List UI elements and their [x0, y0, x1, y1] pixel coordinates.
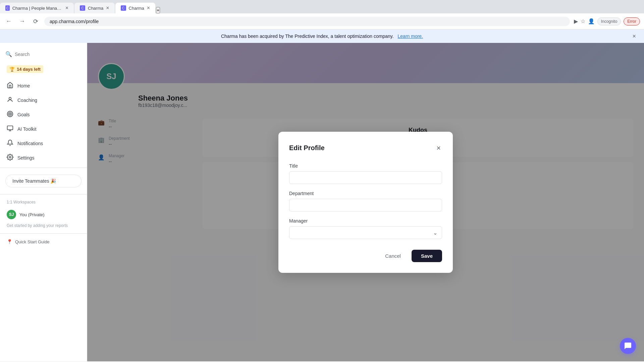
incognito-badge: Incognito: [597, 17, 621, 25]
tab-label-1: Charma | People Management ...: [12, 6, 63, 11]
settings-icon: [7, 154, 13, 162]
forward-button[interactable]: →: [17, 17, 27, 26]
workspace-avatar: SJ: [7, 210, 16, 219]
edit-profile-modal: Edit Profile × Title Department Manager: [278, 132, 453, 273]
svg-point-0: [9, 97, 11, 100]
manager-form-group: Manager: [289, 218, 442, 239]
tab-favicon-3: C: [121, 5, 126, 11]
sidebar: 🔍 🏆 14 days left Home Coaching G: [0, 43, 87, 361]
svg-point-5: [9, 157, 11, 158]
title-form-label: Title: [289, 163, 442, 169]
banner-close-button[interactable]: ×: [632, 33, 636, 40]
modal-title: Edit Profile: [289, 144, 325, 152]
browser-chrome: C Charma | People Management ... × C Cha…: [0, 0, 644, 29]
home-icon: [7, 82, 13, 89]
new-tab-button[interactable]: +: [156, 7, 160, 13]
get-started-text: Get started by adding your reports: [0, 222, 87, 231]
svg-point-1: [7, 111, 13, 117]
browser-tab-2[interactable]: C Charma ×: [74, 3, 115, 13]
tab-close-2[interactable]: ×: [106, 5, 109, 11]
sidebar-item-settings[interactable]: Settings: [0, 150, 87, 165]
back-button[interactable]: ←: [4, 17, 13, 26]
modal-close-button[interactable]: ×: [435, 142, 442, 154]
workspace-item-label: You (Private): [19, 212, 45, 217]
sidebar-divider: [0, 168, 87, 168]
save-button[interactable]: Save: [412, 250, 442, 262]
sidebar-divider-2: [0, 194, 87, 194]
bookmark-icon[interactable]: ☆: [581, 18, 585, 24]
cancel-button[interactable]: Cancel: [378, 250, 408, 262]
tab-close-1[interactable]: ×: [65, 5, 68, 11]
sidebar-item-label-ai: AI Toolkit: [17, 126, 37, 132]
days-left-container: 🏆 14 days left: [0, 63, 87, 76]
invite-teammates-button[interactable]: Invite Teammates 🎉: [5, 175, 82, 187]
browser-address-bar: ← → ⟳ ▶ ☆ 👤 Incognito Error: [0, 13, 644, 29]
tab-close-3[interactable]: ×: [147, 5, 150, 11]
reload-button[interactable]: ⟳: [31, 17, 40, 26]
search-icon: 🔍: [5, 51, 12, 57]
sidebar-item-label-settings: Settings: [17, 155, 35, 161]
main-content: SJ Sheena Jones fb193c18@moodjoy.c... 💼 …: [87, 43, 644, 361]
sidebar-item-coaching[interactable]: Coaching: [0, 93, 87, 107]
browser-tab-bar: C Charma | People Management ... × C Cha…: [0, 0, 644, 13]
manager-form-label: Manager: [289, 218, 442, 224]
sidebar-item-label-coaching: Coaching: [17, 98, 37, 103]
bell-icon: [7, 139, 13, 147]
department-form-input[interactable]: [289, 199, 442, 212]
department-form-label: Department: [289, 191, 442, 196]
department-form-group: Department: [289, 191, 442, 212]
tab-label-2: Charma: [88, 6, 103, 11]
screen-share-icon: ▶: [574, 18, 578, 24]
search-input[interactable]: [15, 52, 82, 57]
tab-favicon-1: C: [5, 5, 10, 11]
quick-start-guide[interactable]: 📍 Quick Start Guide: [0, 236, 87, 247]
error-badge: Error: [624, 17, 640, 25]
tab-favicon-2: C: [80, 5, 85, 11]
modal-overlay[interactable]: Edit Profile × Title Department Manager: [87, 43, 644, 361]
svg-point-2: [8, 112, 12, 116]
manager-select-wrapper: [289, 226, 442, 239]
banner-link[interactable]: Learn more.: [398, 34, 423, 39]
svg-point-3: [9, 113, 10, 114]
map-pin-icon: 📍: [7, 239, 12, 244]
quick-start-label: Quick Start Guide: [15, 239, 50, 244]
profile-icon[interactable]: 👤: [588, 18, 595, 24]
tab-label-3: Charma: [129, 6, 144, 11]
notification-banner: Charma has been acquired by The Predicti…: [0, 29, 644, 43]
title-form-input[interactable]: [289, 171, 442, 184]
modal-footer: Cancel Save: [289, 250, 442, 262]
chat-bubble-button[interactable]: [620, 338, 636, 354]
goals-icon: [7, 111, 13, 118]
address-input[interactable]: [44, 17, 570, 26]
coaching-icon: [7, 96, 13, 104]
workspaces-label: 1:1 Workspaces: [0, 197, 87, 207]
sidebar-item-label-goals: Goals: [17, 112, 30, 117]
sidebar-item-home[interactable]: Home: [0, 78, 87, 93]
sidebar-item-goals[interactable]: Goals: [0, 107, 87, 122]
sidebar-search-container: 🔍: [0, 48, 87, 60]
sidebar-item-notifications[interactable]: Notifications: [0, 136, 87, 150]
svg-rect-4: [7, 126, 13, 130]
main-layout: 🔍 🏆 14 days left Home Coaching G: [0, 43, 644, 361]
sidebar-item-label-home: Home: [17, 83, 30, 88]
sidebar-divider-3: [0, 233, 87, 234]
browser-tab-1[interactable]: C Charma | People Management ... ×: [0, 3, 74, 13]
trophy-icon: 🏆: [9, 67, 15, 72]
banner-text: Charma has been acquired by The Predicti…: [221, 34, 394, 39]
days-left-text: 14 days left: [17, 67, 41, 72]
ai-icon: [7, 125, 13, 133]
invite-btn-label: Invite Teammates 🎉: [12, 178, 56, 184]
browser-tab-3[interactable]: C Charma ×: [115, 3, 156, 13]
title-form-group: Title: [289, 163, 442, 184]
sidebar-item-ai[interactable]: AI Toolkit: [0, 122, 87, 136]
browser-actions: ▶ ☆ 👤 Incognito Error: [574, 17, 640, 25]
modal-header: Edit Profile ×: [289, 142, 442, 154]
days-left-badge: 🏆 14 days left: [7, 65, 43, 73]
sidebar-item-label-notifications: Notifications: [17, 141, 43, 146]
workspace-item-private[interactable]: SJ You (Private): [0, 207, 87, 222]
manager-select[interactable]: [289, 226, 442, 239]
